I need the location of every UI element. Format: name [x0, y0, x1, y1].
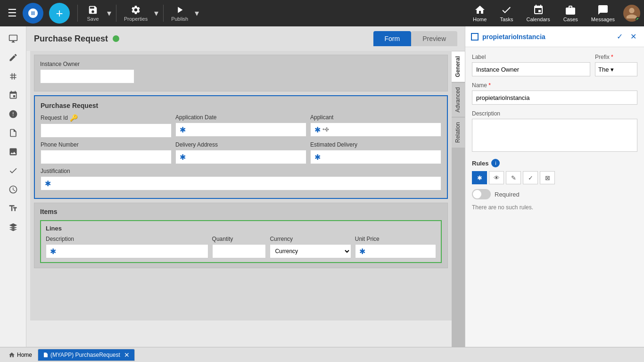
lines-section: Lines Description ✱ Quantity — [40, 220, 442, 263]
asterisk-icon-5: ✱ — [45, 179, 51, 188]
justification-input[interactable]: ✱ — [41, 176, 441, 190]
add-button[interactable]: + — [49, 3, 70, 24]
asterisk-icon-3: ✱ — [180, 153, 186, 162]
justification-label: Justification — [41, 168, 441, 174]
sidebar-icon-text[interactable] — [4, 200, 23, 217]
canvas-tabs: Form Preview — [373, 31, 457, 46]
sidebar-icon-clock2[interactable] — [4, 181, 23, 198]
sidebar-icon-file[interactable] — [4, 124, 23, 141]
bottom-bar: Home (MYAPP) PurchaseRequest ✕ — [0, 347, 644, 362]
sidebar-icon-image[interactable] — [4, 143, 23, 160]
tab-form[interactable]: Form — [373, 31, 412, 46]
prefix-dropdown-arrow: ▾ — [611, 66, 614, 73]
phone-col: Phone Number — [41, 141, 172, 164]
nav-tasks[interactable]: Tasks — [495, 2, 518, 24]
description-textarea[interactable] — [472, 119, 637, 152]
save-button[interactable]: Save — [82, 3, 104, 24]
instance-owner-label: Instance Owner — [40, 61, 442, 67]
rule-btn-asterisk[interactable]: ✱ — [472, 171, 487, 184]
panel-close-button[interactable]: ✕ — [628, 31, 638, 42]
properties-dropdown[interactable]: ▾ — [153, 8, 159, 18]
lines-unit-input[interactable]: ✱ — [355, 244, 436, 258]
label-field-label: Label — [472, 54, 590, 60]
required-row: Required — [472, 189, 637, 199]
panel-header: propietarioInstancia ✓ ✕ — [465, 26, 644, 47]
logo-button[interactable] — [23, 3, 43, 24]
toolbar: ☰ + Save ▾ Properties ▾ Publish ▾ Home T… — [0, 0, 644, 26]
main-area: Purchase Request Form Preview Instance O… — [0, 26, 644, 347]
toolbar-separator-2 — [116, 5, 116, 22]
vtab-relation[interactable]: Relation — [452, 117, 465, 148]
applicant-dots: •✤ — [322, 126, 329, 133]
nav-calendars[interactable]: Calendars — [522, 2, 555, 24]
lines-desc-input[interactable]: ✱ — [46, 244, 208, 258]
panel-confirm-button[interactable]: ✓ — [615, 31, 625, 42]
prefix-field-label: Prefix * — [595, 54, 637, 60]
properties-button[interactable]: Properties — [120, 3, 151, 24]
publish-button[interactable]: Publish — [167, 3, 192, 24]
asterisk-icon-6: ✱ — [50, 247, 56, 256]
estimated-delivery-input[interactable]: ✱ — [310, 150, 441, 164]
required-label: Required — [495, 191, 520, 198]
save-dropdown[interactable]: ▾ — [106, 8, 112, 18]
name-field-label: Name * — [472, 82, 637, 89]
user-avatar[interactable] — [623, 5, 640, 22]
lines-desc-label: Description — [46, 236, 208, 242]
delivery-address-col: Delivery Address ✱ — [175, 141, 306, 164]
sidebar-icon-calendar[interactable] — [4, 87, 23, 104]
prefix-field-group: Prefix * The ▾ — [595, 54, 637, 76]
tab-preview[interactable]: Preview — [411, 31, 457, 46]
toolbar-separator-1 — [77, 5, 78, 22]
vtab-advanced[interactable]: Advanced — [452, 82, 465, 117]
nav-cases[interactable]: Cases — [559, 2, 583, 24]
name-field-group: Name * — [472, 82, 637, 105]
applicant-col: Applicant ✱ •✤ — [310, 114, 441, 138]
asterisk-icon-1: ✱ — [180, 125, 186, 134]
prefix-required-star: * — [611, 54, 613, 60]
form-row-2: Phone Number Delivery Address ✱ Estimate… — [41, 141, 441, 164]
asterisk-icon-2: ✱ — [314, 125, 321, 134]
currency-select[interactable]: Currency — [270, 244, 351, 258]
phone-input[interactable] — [41, 150, 172, 164]
prefix-select[interactable]: The ▾ — [595, 62, 637, 76]
lines-qty-input[interactable] — [212, 244, 266, 258]
rule-btn-check[interactable]: ✓ — [523, 171, 538, 184]
name-field-input[interactable] — [472, 90, 637, 105]
canvas-status-dot — [113, 35, 119, 42]
nav-messages[interactable]: Messages — [586, 2, 619, 24]
rule-btn-eye[interactable]: 👁 — [489, 171, 504, 184]
hamburger-menu[interactable]: ☰ — [4, 5, 21, 21]
label-field-group: Label — [472, 54, 590, 76]
delivery-address-label: Delivery Address — [175, 141, 306, 148]
rules-info-icon[interactable]: i — [491, 159, 500, 167]
sidebar-icon-3d[interactable] — [4, 219, 23, 236]
request-id-input[interactable] — [41, 123, 172, 138]
right-panel: propietarioInstancia ✓ ✕ Label Prefix * … — [465, 26, 644, 347]
sidebar-icon-hash[interactable] — [4, 68, 23, 85]
rule-btn-grid[interactable]: ⊠ — [540, 171, 555, 184]
lines-unit-label: Unit Price — [355, 236, 436, 242]
vtab-general[interactable]: General — [452, 51, 465, 82]
panel-checkbox[interactable] — [471, 33, 479, 41]
sidebar-icon-monitor[interactable] — [4, 30, 23, 47]
rules-section: Rules i ✱ 👁 ✎ ✓ ⊠ — [472, 159, 637, 184]
request-id-col: Request Id 🔑 — [41, 114, 172, 138]
applicant-label: Applicant — [310, 114, 441, 121]
required-toggle[interactable] — [472, 189, 491, 199]
instance-owner-input[interactable] — [40, 69, 134, 83]
publish-dropdown[interactable]: ▾ — [194, 8, 200, 18]
nav-home[interactable]: Home — [468, 2, 491, 24]
applicant-input[interactable]: ✱ •✤ — [310, 123, 441, 137]
delivery-address-input[interactable]: ✱ — [175, 150, 306, 164]
sidebar-icon-clock[interactable] — [4, 106, 23, 123]
application-date-input[interactable]: ✱ — [175, 123, 306, 137]
bottom-tab-app[interactable]: (MYAPP) PurchaseRequest ✕ — [38, 349, 135, 361]
asterisk-icon-4: ✱ — [314, 153, 321, 162]
description-field-label: Description — [472, 110, 637, 117]
label-field-input[interactable] — [472, 62, 590, 76]
btab-close-button[interactable]: ✕ — [124, 351, 130, 359]
home-tab[interactable]: Home — [4, 350, 37, 360]
sidebar-icon-check[interactable] — [4, 162, 23, 179]
sidebar-icon-edit[interactable] — [4, 49, 23, 66]
rule-btn-edit[interactable]: ✎ — [506, 171, 521, 184]
